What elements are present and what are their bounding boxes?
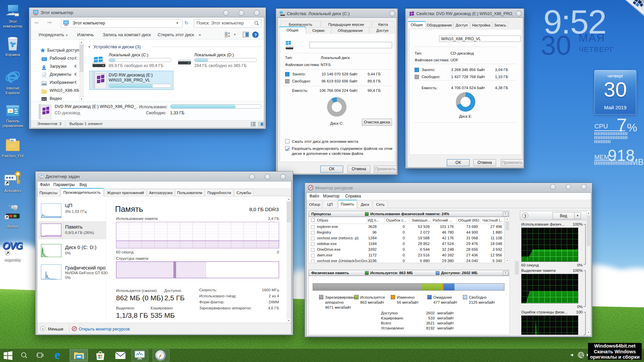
svg-text:OVG: OVG	[3, 240, 23, 251]
